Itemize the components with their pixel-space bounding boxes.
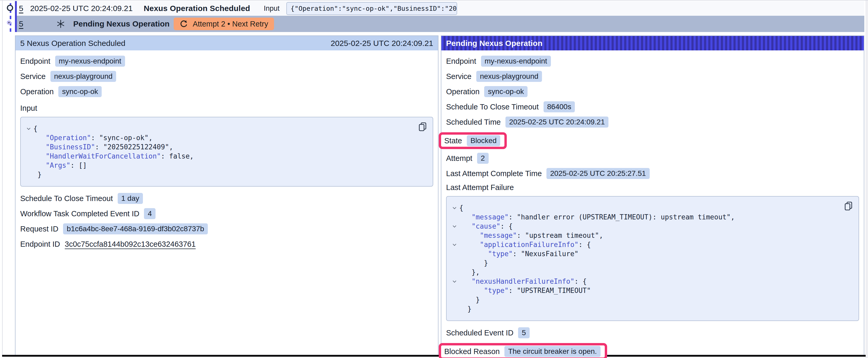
event-id-link[interactable]: 5: [19, 20, 23, 28]
pending-nexus-operation-card: Pending Nexus Operation Endpointmy-nexus…: [441, 35, 864, 355]
field-row: Last Attempt Complete Time2025-02-25 UTC…: [446, 168, 859, 179]
field-row: Scheduled Event ID5: [446, 327, 859, 338]
code-line: {: [24, 124, 427, 133]
event-dot-open-icon[interactable]: [7, 5, 13, 11]
event-dot-filled-icon[interactable]: [7, 21, 11, 25]
field-value-pill: my-nexus-endpoint: [55, 56, 125, 67]
json-value: : "NexusFailure": [513, 249, 579, 259]
chevron-spacer: [24, 170, 33, 179]
field-value-pill: 2025-02-25 UTC 20:25:27.51: [547, 168, 649, 179]
field-value-link[interactable]: 3c0c75ccfa8144b092c13ce632463761: [65, 240, 196, 249]
code-line: }: [450, 304, 853, 314]
json-value: : []: [70, 161, 87, 170]
event-row-nexus-operation-scheduled[interactable]: 5 2025-02-25 UTC 20:24:09.21 Nexus Opera…: [17, 1, 864, 16]
json-value: }: [37, 170, 42, 179]
field-row: Attempt2: [446, 153, 859, 164]
json-value: : false,: [161, 152, 194, 161]
json-value: {: [33, 124, 37, 133]
collapse-chevron-icon[interactable]: [450, 240, 459, 249]
field-row: Blocked ReasonThe circuit breaker is ope…: [444, 346, 600, 357]
card-header-striped: Pending Nexus Operation: [441, 36, 864, 51]
field-value-pill: 5: [518, 327, 530, 338]
event-history-view: 5 2025-02-25 UTC 20:24:09.21 Nexus Opera…: [0, 0, 868, 358]
json-key: "type": [484, 286, 508, 295]
code-line: "message": "upstream timeout",: [450, 231, 853, 240]
event-timestamp: 2025-02-25 UTC 20:24:09.21: [30, 4, 133, 13]
field-label: Operation: [446, 88, 479, 96]
event-row-pending-nexus-operation[interactable]: 5 Pending Nexus Operation Attempt 2 • Ne…: [17, 16, 864, 32]
code-line: "cause": {: [450, 222, 853, 231]
collapse-chevron-icon[interactable]: [450, 277, 459, 286]
card-header-title: 5 Nexus Operation Scheduled: [20, 39, 125, 48]
code-line: "Operation": "sync-op-ok",: [24, 133, 427, 142]
field-label: Operation: [20, 88, 54, 96]
copy-button[interactable]: [418, 122, 427, 132]
code-line: "type": "UPSTREAM_TIMEOUT": [450, 286, 853, 295]
json-value: : "UPSTREAM_TIMEOUT": [508, 286, 591, 295]
code-line: "HandlerWaitForCancellation": false,: [24, 152, 427, 161]
annotation-highlight-box: Blocked ReasonThe circuit breaker is ope…: [439, 343, 607, 358]
field-row: Operationsync-op-ok: [20, 86, 433, 97]
field-value-pill: 1 day: [118, 193, 143, 204]
field-row: Servicenexus-playground: [20, 71, 433, 82]
input-preview-chip[interactable]: {"Operation":"sync-op-ok","BusinessID":"…: [286, 2, 457, 15]
field-value-pill: nexus-playground: [51, 71, 116, 82]
field-label: State: [444, 136, 462, 145]
input-label: Input: [264, 4, 280, 12]
collapse-chevron-icon[interactable]: [450, 222, 459, 231]
code-line: }: [450, 259, 853, 268]
json-key: "BusinessID": [46, 142, 95, 152]
field-row: Scheduled Time2025-02-25 UTC 20:24:09.21: [446, 117, 859, 128]
code-line: "type": "NexusFailure": [450, 249, 853, 259]
json-value: {: [459, 203, 463, 213]
event-id-link[interactable]: 5: [19, 4, 23, 13]
chevron-spacer: [24, 142, 33, 152]
asterisk-icon: [56, 19, 65, 29]
json-value: : "sync-op-ok",: [91, 133, 153, 142]
event-type-title: Pending Nexus Operation: [73, 20, 170, 28]
field-group-bottom: Scheduled Event ID5Blocked ReasonThe cir…: [446, 327, 859, 358]
field-value-pill: b1c6a4bc-8ee7-468a-9169-df3b02c8737b: [63, 223, 208, 234]
code-line: }: [450, 295, 853, 304]
card-header-timestamp: 2025-02-25 UTC 20:24:09.21: [331, 39, 433, 48]
chevron-spacer: [450, 295, 459, 304]
field-label: Last Attempt Complete Time: [446, 169, 542, 178]
json-value: },: [471, 268, 480, 277]
json-value: : {: [500, 222, 513, 231]
field-value-pill: sync-op-ok: [484, 86, 528, 97]
code-line: "BusinessID": "20250225122409",: [24, 142, 427, 152]
input-section-label: Input: [20, 104, 433, 112]
json-key: "cause": [471, 222, 500, 231]
json-value: : {: [574, 277, 587, 286]
json-key: "message": [480, 231, 517, 240]
field-row: Operationsync-op-ok: [446, 86, 859, 97]
json-value: : "handler error (UPSTREAM_TIMEOUT): ups…: [508, 213, 735, 222]
json-value: }: [467, 304, 471, 314]
json-key: "Args": [46, 161, 70, 170]
field-label: Schedule To Close Timeout: [20, 194, 113, 203]
collapse-chevron-icon[interactable]: [450, 203, 459, 213]
code-line: "nexusHandlerFailureInfo": {: [450, 277, 853, 286]
field-label: Endpoint: [446, 57, 476, 66]
json-value: }: [484, 259, 488, 268]
field-value-pill: sync-op-ok: [58, 86, 102, 97]
chevron-spacer: [450, 249, 459, 259]
field-row: Request IDb1c6a4bc-8ee7-468a-9169-df3b02…: [20, 223, 433, 234]
field-row: Endpoint ID3c0c75ccfa8144b092c13ce632463…: [20, 238, 433, 250]
card-body: Endpointmy-nexus-endpointServicenexus-pl…: [16, 51, 438, 250]
field-row: Endpointmy-nexus-endpoint: [446, 56, 859, 67]
code-line: },: [450, 268, 853, 277]
json-value: : "20250225122409",: [95, 142, 173, 152]
field-label: Workflow Task Completed Event ID: [20, 209, 139, 218]
json-value: }: [476, 295, 480, 304]
copy-button[interactable]: [844, 201, 853, 211]
field-group-bottom: Schedule To Close Timeout1 dayWorkflow T…: [20, 193, 433, 250]
chevron-spacer: [24, 152, 33, 161]
field-row: Servicenexus-playground: [446, 71, 859, 82]
code-line: "Args": []: [24, 161, 427, 170]
collapse-chevron-icon[interactable]: [24, 124, 33, 133]
retry-status-badge: Attempt 2 • Next Retry: [174, 18, 274, 30]
scrollbar-track[interactable]: [866, 1, 868, 358]
json-value: : "upstream timeout",: [517, 231, 603, 240]
failure-section-label: Last Attempt Failure: [446, 183, 859, 192]
